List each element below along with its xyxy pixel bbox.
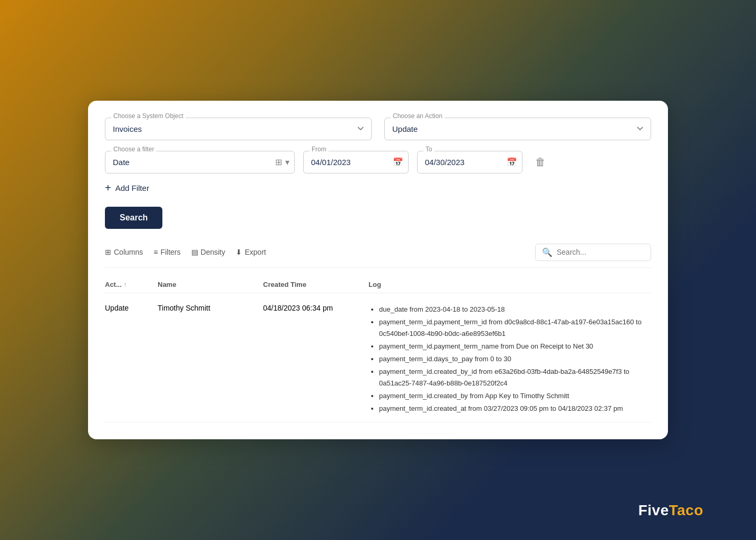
sort-icon-action[interactable]: ↑ bbox=[124, 281, 127, 287]
filters-label: Filters bbox=[160, 248, 180, 256]
grid-icon: ⊞ bbox=[275, 157, 282, 167]
columns-icon: ⊞ bbox=[105, 248, 111, 256]
columns-button[interactable]: ⊞ Columns bbox=[105, 248, 143, 256]
cell-action: Update bbox=[105, 304, 158, 312]
table-toolbar: ⊞ Columns ≡ Filters ▤ Density ⬇ Export 🔍 bbox=[105, 244, 651, 268]
col-header-created-time: Created Time bbox=[263, 281, 369, 288]
table-search-box: 🔍 bbox=[535, 244, 651, 261]
log-item-3: payment_term_id.days_to_pay from 0 to 30 bbox=[379, 353, 651, 365]
brand-footer: FiveTaco bbox=[638, 502, 703, 519]
action-label: Choose an Action bbox=[391, 112, 444, 120]
filter-select[interactable]: Date bbox=[105, 151, 295, 173]
cell-name: Timothy Schmitt bbox=[158, 304, 263, 312]
col-header-name: Name bbox=[158, 281, 263, 288]
export-label: Export bbox=[245, 248, 266, 256]
delete-filter-button[interactable]: 🗑 bbox=[531, 152, 550, 172]
to-date-group: To 📅 bbox=[417, 151, 522, 173]
export-button[interactable]: ⬇ Export bbox=[236, 248, 266, 256]
log-list: due_date from 2023-04-18 to 2023-05-18 p… bbox=[369, 304, 651, 415]
columns-label: Columns bbox=[114, 248, 143, 256]
log-item-2: payment_term_id.payment_term_name from D… bbox=[379, 341, 651, 352]
from-label: From bbox=[309, 146, 328, 153]
brand-five: Five bbox=[638, 502, 669, 518]
export-icon: ⬇ bbox=[236, 248, 242, 256]
col-header-log: Log bbox=[369, 281, 651, 288]
calendar-icon-from[interactable]: 📅 bbox=[393, 157, 403, 167]
brand-taco: Taco bbox=[669, 502, 703, 518]
search-icon: 🔍 bbox=[542, 247, 553, 257]
system-object-group: Choose a System Object Invoices bbox=[105, 118, 372, 140]
log-item-5: payment_term_id.created_by from App Key … bbox=[379, 390, 651, 402]
table-row: Update Timothy Schmitt 04/18/2023 06:34 … bbox=[105, 297, 651, 423]
system-object-select[interactable]: Invoices bbox=[105, 118, 372, 140]
action-group: Choose an Action Update bbox=[384, 118, 651, 140]
table-header: Act... ↑ Name Created Time Log bbox=[105, 276, 651, 293]
action-select[interactable]: Update bbox=[384, 118, 651, 140]
log-item-4: payment_term_id.created_by_id from e63a2… bbox=[379, 366, 651, 389]
to-label: To bbox=[423, 146, 434, 153]
filter-row: Choose a filter Date ⊞ ▾ From 📅 To 📅 🗑 bbox=[105, 151, 651, 173]
filter-icons: ⊞ ▾ bbox=[275, 157, 289, 167]
search-button[interactable]: Search bbox=[105, 207, 162, 229]
density-icon: ▤ bbox=[191, 248, 198, 256]
system-object-label: Choose a System Object bbox=[111, 112, 186, 120]
add-filter-row[interactable]: + Add Filter bbox=[105, 182, 651, 194]
filter-field-group: Choose a filter Date ⊞ ▾ bbox=[105, 151, 295, 173]
table-search-input[interactable] bbox=[557, 248, 644, 256]
top-row: Choose a System Object Invoices Choose a… bbox=[105, 118, 651, 140]
main-card: Choose a System Object Invoices Choose a… bbox=[88, 101, 668, 440]
log-item-1: payment_term_id.payment_term_id from d0c… bbox=[379, 316, 651, 340]
filter-label: Choose a filter bbox=[111, 146, 156, 153]
density-label: Density bbox=[201, 248, 226, 256]
log-item-0: due_date from 2023-04-18 to 2023-05-18 bbox=[379, 304, 651, 315]
add-filter-label: Add Filter bbox=[115, 184, 149, 192]
from-date-group: From 📅 bbox=[303, 151, 409, 173]
density-button[interactable]: ▤ Density bbox=[191, 248, 226, 256]
filters-button[interactable]: ≡ Filters bbox=[153, 248, 180, 256]
calendar-icon-to[interactable]: 📅 bbox=[507, 157, 517, 167]
col-header-action: Act... ↑ bbox=[105, 281, 158, 288]
filters-icon: ≡ bbox=[153, 248, 158, 256]
chevron-down-icon: ▾ bbox=[285, 157, 289, 167]
cell-log: due_date from 2023-04-18 to 2023-05-18 p… bbox=[369, 304, 651, 416]
cell-created-time: 04/18/2023 06:34 pm bbox=[263, 304, 369, 312]
plus-icon: + bbox=[105, 182, 111, 194]
log-item-6: payment_term_id.created_at from 03/27/20… bbox=[379, 403, 651, 414]
